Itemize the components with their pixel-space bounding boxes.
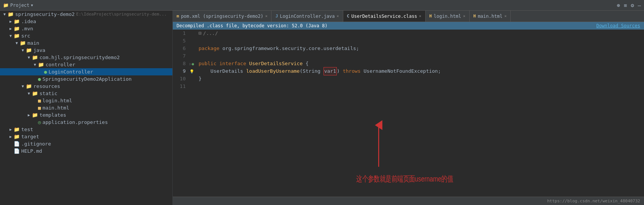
uds-tab-close[interactable]: × xyxy=(419,14,421,18)
sidebar-item-templates[interactable]: ▶ 📁 templates xyxy=(0,111,172,119)
tab-login-controller[interactable]: J LoginController.java × xyxy=(271,11,343,22)
sidebar-item-gitignore[interactable]: 📄 .gitignore xyxy=(0,140,172,147)
tab-main-html[interactable]: H main.html × xyxy=(470,11,511,22)
tree-root[interactable]: ▼ 📁 springsecurity-demo2 E:\IdeaProject\… xyxy=(0,11,172,18)
tab-login-html[interactable]: H login.html × xyxy=(426,11,470,22)
ap-icon: ◎ xyxy=(38,119,41,125)
sidebar-item-java[interactable]: ▼ 📁 java xyxy=(0,47,172,54)
mhtml-tab-icon: H xyxy=(474,14,476,19)
code-line-9: UserDetails loadUserByUsername ( String … xyxy=(199,67,644,75)
sidebar-item-mvn[interactable]: ▶ 📁 .mvn xyxy=(0,25,172,32)
download-sources-link[interactable]: Download Sources xyxy=(596,23,640,28)
lc-tab-label: LoginController.java xyxy=(280,14,335,19)
root-path: E:\IdeaProject\springsecurity-dem... xyxy=(76,12,167,17)
gutter-icons: ▷ ◉ 💡 xyxy=(188,30,196,197)
implement-icon-9[interactable]: 💡 xyxy=(189,69,194,74)
app-label: SpringsecurityDemo2Application xyxy=(43,76,132,82)
kw-throws: throws xyxy=(343,67,364,75)
uds-tab-icon: C xyxy=(347,14,350,19)
mh-icon: ■ xyxy=(38,105,41,111)
mvn-folder-icon: 📁 xyxy=(14,26,20,31)
idea-folder-icon: 📁 xyxy=(14,19,20,24)
lc-icon: ● xyxy=(44,69,47,75)
sidebar-item-login-html[interactable]: ■ login.html xyxy=(0,97,172,104)
sidebar-item-src[interactable]: ▼ 📁 src xyxy=(0,32,172,39)
status-bar: https://blog.csdn.net/weixin_48040732 xyxy=(173,197,644,205)
pkg-name: org.springframework.security.core.userde… xyxy=(223,45,359,52)
lhtml-tab-close[interactable]: × xyxy=(463,14,465,18)
sidebar-item-target[interactable]: ▶ 📁 target xyxy=(0,133,172,140)
method-name: loadUserByUsername xyxy=(246,67,300,75)
code-line-6: package org.springframework.security.cor… xyxy=(199,45,644,52)
pom-tab-label: pom.xml (springsecurity-demo2) xyxy=(181,14,264,19)
tpl-folder-icon: 📁 xyxy=(32,112,38,118)
pom-tab-close[interactable]: × xyxy=(265,14,267,18)
sidebar-item-test[interactable]: ▶ 📁 test xyxy=(0,126,172,133)
lhtml-tab-icon: H xyxy=(429,14,432,19)
tab-user-details-service[interactable]: C UserDetailsService.class × xyxy=(343,11,426,22)
lh-label: login.html xyxy=(43,98,72,103)
sidebar-item-static[interactable]: ▼ 📁 static xyxy=(0,90,172,97)
sidebar-item-controller[interactable]: ▼ 📁 controller xyxy=(0,61,172,68)
java-arrow: ▼ xyxy=(20,48,26,52)
paren-close: ) xyxy=(337,67,343,75)
mhtml-tab-close[interactable]: × xyxy=(504,14,507,18)
com-arrow: ▼ xyxy=(26,55,32,59)
param-type-string: String xyxy=(303,67,324,75)
iface-name: UserDetailsService xyxy=(249,60,306,67)
code-editor[interactable]: 1 5 6 7 8 9 10 11 ▷ ◉ 💡 xyxy=(173,30,644,197)
idea-label: .idea xyxy=(21,19,36,24)
decompiled-info-bar: Decompiled .class file, bytecode version… xyxy=(173,22,644,30)
gutter-9: 💡 xyxy=(188,67,196,75)
kw-interface: interface xyxy=(219,60,249,67)
tab-bar: m pom.xml (springsecurity-demo2) × J Log… xyxy=(173,11,644,22)
root-label: springsecurity-demo2 xyxy=(15,11,75,17)
project-label[interactable]: 📁 Project ▼ xyxy=(3,3,33,8)
gutter-7 xyxy=(188,52,196,60)
sidebar-item-help-md[interactable]: 📄 HELP.md xyxy=(0,147,172,155)
implement-icon-8[interactable]: ◉ xyxy=(192,62,194,66)
lhtml-tab-label: login.html xyxy=(434,14,461,19)
line-numbers: 1 5 6 7 8 9 10 11 xyxy=(173,30,188,197)
gutter-8: ▷ ◉ xyxy=(188,60,196,67)
gi-label: .gitignore xyxy=(21,141,51,147)
test-label: test xyxy=(21,127,33,132)
sidebar-item-com-hjl[interactable]: ▼ 📁 com.hjl.springsecuritydemo2 xyxy=(0,54,172,61)
lc-tab-close[interactable]: × xyxy=(337,14,339,18)
kw-public-8: public xyxy=(199,60,219,67)
dropdown-arrow: ▼ xyxy=(31,3,33,7)
mhtml-tab-label: main.html xyxy=(478,14,502,19)
code-line-11 xyxy=(199,83,644,90)
res-arrow: ▼ xyxy=(20,84,26,88)
controller-arrow: ▼ xyxy=(32,63,38,67)
settings-icon[interactable]: ⚙ xyxy=(631,2,634,8)
test-arrow: ▶ xyxy=(8,127,14,131)
sidebar-item-main-html[interactable]: ■ main.html xyxy=(0,104,172,111)
list-icon[interactable]: ≡ xyxy=(624,2,627,8)
line-num-6: 6 xyxy=(173,45,186,52)
project-title: Project xyxy=(10,3,30,8)
pom-tab-icon: m xyxy=(177,14,179,19)
code-content[interactable]: ⊟ /.../ package org.springframework.secu… xyxy=(196,30,644,197)
sidebar-item-login-controller[interactable]: ● LoginController xyxy=(0,68,172,75)
tab-pom[interactable]: m pom.xml (springsecurity-demo2) × xyxy=(173,11,271,22)
line-num-8: 8 xyxy=(173,60,186,67)
globe-icon[interactable]: ⊕ xyxy=(617,2,620,8)
top-bar-icons: ⊕ ≡ ⚙ — xyxy=(617,2,641,8)
sidebar-item-app[interactable]: ● SpringsecurityDemo2Application xyxy=(0,75,172,83)
line-num-10: 10 xyxy=(173,75,186,83)
hm-label: HELP.md xyxy=(21,148,42,154)
comment-1: /.../ xyxy=(203,30,221,37)
sidebar-item-resources[interactable]: ▼ 📁 resources xyxy=(0,83,172,90)
sidebar-item-app-prop[interactable]: ◎ application.properties xyxy=(0,119,172,126)
sidebar-item-idea[interactable]: ▶ 📁 .idea xyxy=(0,18,172,25)
main-label: main xyxy=(27,40,39,46)
code-line-7 xyxy=(199,52,644,60)
status-url[interactable]: https://blog.csdn.net/weixin_48040732 xyxy=(547,199,640,203)
code-line-1: ⊟ /.../ xyxy=(199,30,644,37)
sidebar-item-main[interactable]: ▼ 📁 main xyxy=(0,39,172,47)
minimize-icon[interactable]: — xyxy=(638,2,641,8)
target-label: target xyxy=(21,134,39,139)
lc-label: LoginController xyxy=(49,69,93,75)
idea-arrow: ▶ xyxy=(8,19,14,23)
